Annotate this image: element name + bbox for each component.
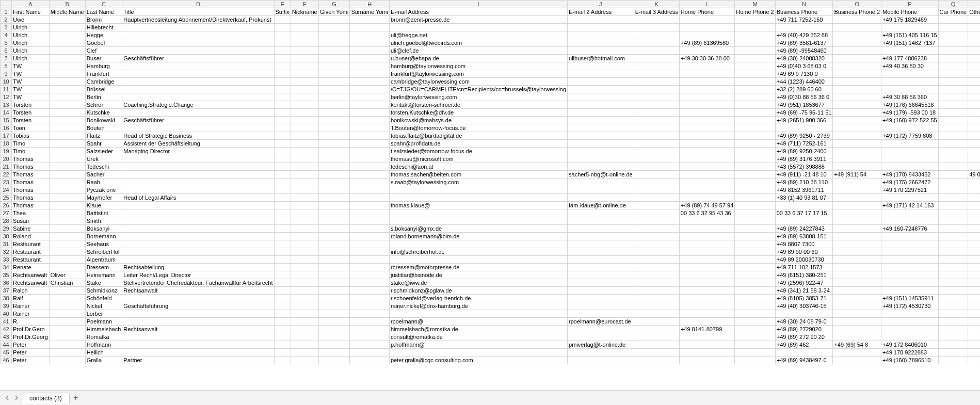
data-cell[interactable] bbox=[274, 86, 291, 93]
data-cell[interactable] bbox=[274, 233, 291, 240]
data-cell[interactable] bbox=[938, 163, 968, 171]
row-header[interactable]: 32 bbox=[1, 248, 12, 256]
data-cell[interactable] bbox=[318, 302, 350, 310]
data-cell[interactable] bbox=[679, 295, 734, 302]
data-cell[interactable] bbox=[122, 256, 274, 264]
data-cell[interactable] bbox=[881, 163, 939, 171]
data-cell[interactable] bbox=[568, 186, 634, 194]
data-cell[interactable] bbox=[291, 109, 318, 117]
data-cell[interactable] bbox=[833, 318, 881, 326]
data-cell[interactable] bbox=[833, 209, 881, 217]
data-cell[interactable] bbox=[350, 209, 390, 217]
data-cell[interactable]: +49 (172) 7759 808 bbox=[881, 132, 939, 140]
data-cell[interactable]: Salzsieder bbox=[85, 148, 122, 155]
data-cell[interactable] bbox=[881, 318, 939, 326]
data-cell[interactable] bbox=[291, 171, 318, 179]
data-cell[interactable] bbox=[122, 233, 274, 240]
data-cell[interactable] bbox=[568, 39, 634, 47]
data-cell[interactable] bbox=[679, 47, 734, 55]
data-cell[interactable] bbox=[568, 101, 634, 109]
data-cell[interactable] bbox=[735, 124, 775, 132]
data-cell[interactable] bbox=[568, 264, 634, 271]
data-cell[interactable]: Prof.Dr.Gero bbox=[12, 326, 50, 333]
data-cell[interactable] bbox=[938, 179, 968, 186]
data-cell[interactable]: +49 172 8406010 bbox=[881, 341, 939, 349]
data-cell[interactable] bbox=[833, 16, 881, 24]
row-header[interactable]: 21 bbox=[1, 163, 12, 171]
data-cell[interactable]: Timo bbox=[12, 140, 50, 148]
data-cell[interactable] bbox=[350, 62, 390, 70]
data-cell[interactable] bbox=[122, 318, 274, 326]
data-cell[interactable] bbox=[735, 171, 775, 179]
data-cell[interactable]: Peter bbox=[12, 341, 50, 349]
data-cell[interactable] bbox=[274, 101, 291, 109]
data-cell[interactable]: +49 89 200030730 bbox=[775, 256, 833, 264]
data-cell[interactable]: +49 (711) 7252-161 bbox=[775, 140, 833, 148]
data-cell[interactable]: 00 33 6 32 95 43 36 bbox=[679, 209, 734, 217]
header-cell[interactable]: Business Phone 2 bbox=[833, 8, 881, 16]
data-cell[interactable]: 49 0178-843 bbox=[968, 171, 980, 179]
data-cell[interactable] bbox=[679, 117, 734, 124]
data-cell[interactable]: R. bbox=[12, 318, 50, 326]
data-cell[interactable] bbox=[318, 55, 350, 62]
data-cell[interactable] bbox=[568, 86, 634, 93]
data-cell[interactable] bbox=[634, 93, 679, 101]
data-cell[interactable]: /O=TJG/OU=CARMELITE/cn=Recipients/cn=bru… bbox=[389, 86, 567, 93]
data-cell[interactable]: Bornemann bbox=[85, 233, 122, 240]
data-cell[interactable]: roland.bornemann@blm.de bbox=[389, 233, 567, 240]
data-cell[interactable] bbox=[938, 186, 968, 194]
data-cell[interactable] bbox=[568, 24, 634, 31]
data-cell[interactable] bbox=[938, 248, 968, 256]
data-cell[interactable] bbox=[291, 70, 318, 78]
header-cell[interactable]: Home Phone bbox=[679, 8, 734, 16]
data-cell[interactable] bbox=[291, 264, 318, 271]
data-cell[interactable]: +49 (911) -21 48 10 bbox=[775, 171, 833, 179]
row-header[interactable]: 24 bbox=[1, 186, 12, 194]
data-cell[interactable] bbox=[968, 256, 980, 264]
data-cell[interactable] bbox=[634, 302, 679, 310]
data-cell[interactable]: Toon bbox=[12, 124, 50, 132]
data-cell[interactable] bbox=[318, 264, 350, 271]
data-cell[interactable] bbox=[350, 240, 390, 248]
column-header[interactable]: O bbox=[833, 1, 881, 8]
data-cell[interactable] bbox=[568, 279, 634, 287]
data-cell[interactable] bbox=[350, 47, 390, 55]
data-cell[interactable]: +49 (30) 24 08 79-0 bbox=[775, 318, 833, 326]
data-cell[interactable] bbox=[634, 209, 679, 217]
row-header[interactable]: 9 bbox=[1, 70, 12, 78]
data-cell[interactable]: Restaurant bbox=[12, 240, 50, 248]
data-cell[interactable] bbox=[318, 16, 350, 24]
data-cell[interactable] bbox=[350, 171, 390, 179]
data-cell[interactable] bbox=[122, 163, 274, 171]
data-cell[interactable] bbox=[49, 310, 85, 318]
data-cell[interactable]: Heinemann bbox=[85, 271, 122, 279]
data-cell[interactable]: Thomas bbox=[12, 179, 50, 186]
data-cell[interactable]: Battistini bbox=[85, 209, 122, 217]
data-cell[interactable]: Thomas bbox=[12, 163, 50, 171]
data-cell[interactable]: TW bbox=[12, 93, 50, 101]
data-cell[interactable]: peter.gralla@cgc-consulting.com bbox=[389, 357, 567, 364]
data-cell[interactable] bbox=[679, 124, 734, 132]
data-cell[interactable]: Thea bbox=[12, 209, 50, 217]
data-cell[interactable] bbox=[679, 225, 734, 233]
data-cell[interactable] bbox=[49, 295, 85, 302]
data-cell[interactable]: +49 711 7252-150 bbox=[775, 16, 833, 24]
data-cell[interactable] bbox=[568, 62, 634, 70]
data-cell[interactable] bbox=[274, 117, 291, 124]
data-cell[interactable]: Oliver bbox=[49, 271, 85, 279]
data-cell[interactable] bbox=[49, 194, 85, 202]
header-cell[interactable]: Surname Yomi bbox=[350, 8, 390, 16]
data-cell[interactable] bbox=[938, 357, 968, 364]
data-cell[interactable]: Stellvertretender Chefredakteur, Fachanw… bbox=[122, 279, 274, 287]
data-cell[interactable] bbox=[49, 140, 85, 148]
data-cell[interactable]: +49 (30) 24008320 bbox=[775, 55, 833, 62]
data-cell[interactable]: Thomas bbox=[12, 186, 50, 194]
data-cell[interactable]: Boksanyi bbox=[85, 225, 122, 233]
data-cell[interactable] bbox=[389, 209, 567, 217]
data-cell[interactable]: Restaurant bbox=[12, 248, 50, 256]
data-cell[interactable] bbox=[318, 202, 350, 209]
data-cell[interactable] bbox=[350, 101, 390, 109]
column-header[interactable]: E bbox=[274, 1, 291, 8]
data-cell[interactable]: +49 (89) 3581-6137 bbox=[775, 39, 833, 47]
row-header[interactable]: 2 bbox=[1, 16, 12, 24]
